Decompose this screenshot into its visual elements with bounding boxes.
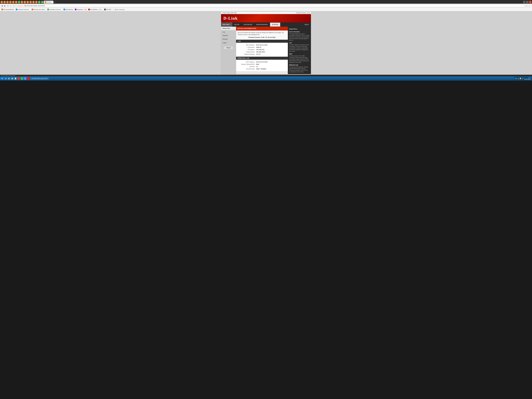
- product-page-label: Product Page: DAP-1160: [222, 12, 237, 13]
- bookmark-7[interactable]: My Vodafone — Oc...: [88, 9, 103, 10]
- close-window-button[interactable]: ✕: [529, 1, 532, 3]
- back-button[interactable]: ◀: [1, 5, 3, 7]
- sidebar-item-wireless[interactable]: Wireless: [221, 38, 236, 41]
- url-text: http://192.168.0.50/st_device.html: [24, 5, 45, 6]
- bookmark-1[interactable]: НастоящееВремя: [1, 9, 14, 10]
- firmware-version-line: Firmware Version: v1.40 , Fri, 23 Jul 20…: [238, 36, 286, 38]
- lan-mac-row: MAC Address : 00:21:91:14:70:0d: [238, 44, 286, 46]
- bookmark-3[interactable]: Рахунок до сплати...: [31, 9, 46, 10]
- wlan-ssid-label: Network Name(SSID) :: [238, 63, 256, 65]
- sidebar-item-statistics[interactable]: Statistics: [221, 34, 236, 38]
- bookmark-8[interactable]: GIG NET: [104, 9, 112, 10]
- taskbar-media-icon[interactable]: ▶: [8, 77, 10, 80]
- start-button[interactable]: ⊞: [0, 77, 4, 80]
- sidebar-item-logout[interactable]: Logout: [221, 41, 236, 44]
- tab-icon-8[interactable]: G: [21, 1, 23, 3]
- tab-icon-5[interactable]: G: [12, 1, 14, 3]
- taskbar-chrome-icon[interactable]: ●: [24, 77, 26, 80]
- bookmark-6[interactable]: Входящие - I.UA: [74, 9, 87, 10]
- help-lan-text: The MAC address of the Ethernet LAN conn…: [289, 44, 310, 52]
- tab-icon-7[interactable]: G: [18, 1, 20, 3]
- lan-ip-row: IP Address : 192.168.0.50: [238, 49, 286, 51]
- taskbar-app2-icon[interactable]: ✈: [20, 77, 23, 80]
- tab-icon-4[interactable]: G: [9, 1, 12, 3]
- sidebar-wireless-label: Wireless: [222, 38, 228, 40]
- active-tab[interactable]: D-Link ✕: [44, 1, 53, 3]
- taskbar-explorer-icon[interactable]: 📁: [11, 77, 14, 80]
- sidebar-item-log[interactable]: Log: [221, 30, 236, 34]
- browser-tabs-bar: G G G G G G G G G G G G G S ⊕ D-Link ✕ +…: [0, 0, 532, 4]
- more-bookmarks[interactable]: »: [113, 9, 114, 10]
- bookmark-button[interactable]: ☆: [526, 5, 528, 7]
- network-icon: 📶: [520, 78, 521, 79]
- taskbar-app1-icon[interactable]: ≡: [17, 77, 20, 80]
- system-tray: EN ▲ 📶 🔊 7:17 06.04.2023: [514, 77, 532, 80]
- tab-icon-13[interactable]: G: [35, 1, 38, 3]
- tab-advanced[interactable]: ADVANCED: [241, 23, 254, 26]
- dlink-header: D-Link: [221, 14, 311, 22]
- sidebar-log-label: Log: [222, 31, 225, 33]
- router-page: Product Page: DAP-1160 Firmware Version:…: [221, 12, 311, 74]
- tab-icon-14[interactable]: ⊕: [41, 1, 43, 3]
- tab-icon-9[interactable]: G: [24, 1, 26, 3]
- dlink-logo: D-Link: [223, 16, 238, 21]
- wlan-mac-row: MAC Address : 00:21:91:14:70:0d: [238, 61, 286, 63]
- lan-subnet-value: 255.255.255.0: [256, 51, 265, 53]
- home-button[interactable]: ⌂: [10, 5, 12, 7]
- tab-icon-1[interactable]: G: [0, 1, 3, 3]
- wlan-security-value: Open / Disabled: [256, 68, 266, 70]
- reboot-button[interactable]: Reboot: [224, 46, 233, 49]
- other-bookmarks[interactable]: Другие закладки: [115, 9, 124, 10]
- not-secure-label: Не защищено: [15, 5, 23, 6]
- bookmark-8-label: GIG NET: [106, 9, 111, 10]
- tab-setup[interactable]: SETUP: [232, 23, 241, 26]
- close-tab-icon[interactable]: ✕: [52, 1, 52, 3]
- tab-maintenance[interactable]: MAINTENANCE: [254, 23, 270, 26]
- tab-icon-3[interactable]: G: [6, 1, 9, 3]
- bookmark-8-icon: [104, 9, 106, 10]
- sidebar-item-device-info[interactable]: Device Info: [221, 27, 236, 30]
- bookmark-7-icon: [88, 9, 90, 10]
- lan-subnet-label: Subnet Mask :: [238, 51, 256, 53]
- dap-badge: DAP-1160 //: [221, 22, 232, 27]
- menu-button[interactable]: ⋮: [529, 5, 531, 7]
- lan-mac-label: MAC Address :: [238, 44, 256, 46]
- tab-icon-12[interactable]: G: [32, 1, 35, 3]
- taskbar-app3-icon[interactable]: ○: [27, 77, 30, 80]
- maximize-button[interactable]: □: [526, 1, 529, 3]
- tab-icon-11[interactable]: G: [29, 1, 32, 3]
- forward-button[interactable]: ▶: [4, 5, 6, 7]
- bookmark-4[interactable]: Страница статисти...: [47, 9, 62, 10]
- reload-button[interactable]: ↺: [7, 5, 9, 7]
- bookmark-4-icon: [47, 9, 49, 10]
- wlan-ssid-value: dlink: [256, 63, 259, 65]
- lan-gateway-row: Default Gateway : 0.0.0.0: [238, 53, 286, 55]
- tab-help[interactable]: HELP: [303, 23, 311, 26]
- tab-status[interactable]: STATUS: [270, 23, 280, 26]
- address-bar[interactable]: 🔒 Не защищено http://192.168.0.50/st_dev…: [12, 5, 525, 7]
- bookmarks-bar: НастоящееВремя Смотрите Euronew... Рахун…: [0, 8, 532, 11]
- new-tab-button[interactable]: +: [54, 1, 56, 3]
- status-url: 192.168.0.50/st_device.html: [1, 75, 15, 76]
- bookmark-2[interactable]: Смотрите Euronew...: [15, 9, 30, 10]
- tab-icon-s[interactable]: S: [38, 1, 40, 3]
- taskbar-ie-icon[interactable]: e: [4, 77, 7, 80]
- bookmark-5-icon: [63, 9, 65, 10]
- minimize-button[interactable]: ─: [523, 1, 526, 3]
- tab-icon-6[interactable]: G: [15, 1, 17, 3]
- bookmark-4-label: Страница статисти...: [49, 9, 62, 10]
- sidebar: Device Info Log Statistics Wireless Logo…: [221, 27, 236, 74]
- wlan-security-row: Security Type : Open / Disabled: [238, 68, 286, 70]
- tab-icon-10[interactable]: G: [26, 1, 29, 3]
- help-lan-heading: LAN:: [289, 42, 310, 44]
- tray-time: 7:17 06.04.2023: [524, 77, 531, 80]
- tab-icon-2[interactable]: G: [3, 1, 6, 3]
- sidebar-logout-label: Logout: [222, 42, 227, 44]
- taskbar-files-icon[interactable]: 📄: [14, 77, 17, 80]
- taskbar-active-window[interactable]: 192.168.0.50/st_device.html: [30, 77, 49, 80]
- product-bar: Product Page: DAP-1160 Firmware Version:…: [221, 12, 311, 14]
- help-title: Helpful Hints..: [289, 28, 310, 30]
- browser-chrome: G G G G G G G G G G G G G S ⊕ D-Link ✕ +…: [0, 0, 532, 11]
- wlan-security-label: Security Type :: [238, 68, 256, 70]
- bookmark-5[interactable]: Web Banking: [63, 9, 73, 10]
